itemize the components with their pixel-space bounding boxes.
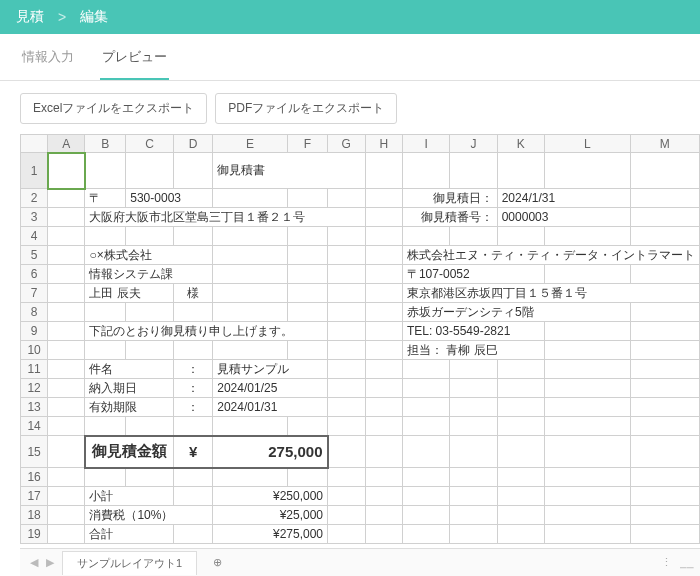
- col-header-B[interactable]: B: [85, 135, 126, 153]
- col-header-M[interactable]: M: [630, 135, 699, 153]
- add-sheet-icon[interactable]: ⊕: [207, 553, 227, 573]
- col-header-A[interactable]: A: [48, 135, 85, 153]
- quote-date-value[interactable]: 2024/1/31: [497, 189, 630, 208]
- subtotal-label[interactable]: 小計: [85, 487, 174, 506]
- row-1: 1 御見積書: [21, 153, 700, 189]
- col-header-D[interactable]: D: [174, 135, 213, 153]
- sheet-tab[interactable]: サンプルレイアウト1: [62, 551, 197, 575]
- total-label[interactable]: 御見積金額: [85, 436, 174, 468]
- col-header-J[interactable]: J: [450, 135, 497, 153]
- customer-company[interactable]: ○×株式会社: [85, 246, 213, 265]
- tab-input[interactable]: 情報入力: [20, 34, 76, 80]
- grand-value[interactable]: ¥275,000: [213, 525, 328, 544]
- page-tabs: 情報入力 プレビュー: [0, 34, 700, 81]
- resize-handle-icon[interactable]: ⎯⎯: [680, 556, 694, 570]
- sheet-footer: ◀ ▶ サンプルレイアウト1 ⊕ ⋮ ⎯⎯: [20, 548, 700, 576]
- sheet-options-icon[interactable]: ⋮: [661, 556, 674, 569]
- chevron-right-icon: >: [58, 9, 66, 25]
- corner-cell[interactable]: [21, 135, 48, 153]
- col-header-F[interactable]: F: [287, 135, 327, 153]
- quote-date-label[interactable]: 御見積日：: [402, 189, 497, 208]
- breadcrumb-root[interactable]: 見積: [16, 8, 44, 26]
- tab-preview[interactable]: プレビュー: [100, 34, 169, 80]
- subject-value[interactable]: 見積サンプル: [213, 360, 328, 379]
- col-header-H[interactable]: H: [365, 135, 402, 153]
- export-toolbar: Excelファイルをエクスポート PDFファイルをエクスポート: [0, 81, 700, 134]
- yen-symbol: ¥: [174, 436, 213, 468]
- postal-code[interactable]: 530-0003: [126, 189, 213, 208]
- valid-label[interactable]: 有効期限: [85, 398, 174, 417]
- grand-label[interactable]: 合計: [85, 525, 174, 544]
- customer-dept[interactable]: 情報システム課: [85, 265, 213, 284]
- seller-postal[interactable]: 〒107-0052: [402, 265, 544, 284]
- col-header-E[interactable]: E: [213, 135, 288, 153]
- sheet-next-icon[interactable]: ▶: [42, 555, 58, 571]
- postal-mark[interactable]: 〒: [85, 189, 126, 208]
- tax-value[interactable]: ¥25,000: [213, 506, 328, 525]
- col-header-K[interactable]: K: [497, 135, 544, 153]
- col-header-L[interactable]: L: [545, 135, 631, 153]
- due-label[interactable]: 納入期日: [85, 379, 174, 398]
- intro-text[interactable]: 下記のとおり御見積り申し上げます。: [85, 322, 328, 341]
- seller-tel[interactable]: TEL: 03-5549-2821: [402, 322, 544, 341]
- seller-company[interactable]: 株式会社エヌ・ティ・ティ・データ・イントラマート: [402, 246, 699, 265]
- subtotal-value[interactable]: ¥250,000: [213, 487, 328, 506]
- col-header-G[interactable]: G: [328, 135, 366, 153]
- colon: ：: [174, 360, 213, 379]
- due-value[interactable]: 2024/01/25: [213, 379, 328, 398]
- export-excel-button[interactable]: Excelファイルをエクスポート: [20, 93, 207, 124]
- seller-pic[interactable]: 担当： 青柳 辰巳: [402, 341, 544, 360]
- customer-address[interactable]: 大阪府大阪市北区堂島三丁目１番２１号: [85, 208, 365, 227]
- cell-A1[interactable]: [48, 153, 85, 189]
- export-pdf-button[interactable]: PDFファイルをエクスポート: [215, 93, 397, 124]
- col-header-C[interactable]: C: [126, 135, 174, 153]
- col-header-I[interactable]: I: [402, 135, 449, 153]
- column-header-row: A B C D E F G H I J K L M: [21, 135, 700, 153]
- quote-number-label[interactable]: 御見積番号：: [402, 208, 497, 227]
- quote-number-value[interactable]: 0000003: [497, 208, 630, 227]
- spreadsheet[interactable]: A B C D E F G H I J K L M 1 御見積書 2 〒 530…: [0, 134, 700, 544]
- sheet-prev-icon[interactable]: ◀: [26, 555, 42, 571]
- seller-address2[interactable]: 赤坂ガーデンシティ5階: [402, 303, 630, 322]
- seller-address1[interactable]: 東京都港区赤坂四丁目１５番１号: [402, 284, 699, 303]
- row-header-1[interactable]: 1: [21, 153, 48, 189]
- total-value[interactable]: 275,000: [213, 436, 328, 468]
- breadcrumb: 見積 > 編集: [0, 0, 700, 34]
- breadcrumb-current: 編集: [80, 8, 108, 26]
- valid-value[interactable]: 2024/01/31: [213, 398, 328, 417]
- document-title[interactable]: 御見積書: [213, 153, 365, 189]
- subject-label[interactable]: 件名: [85, 360, 174, 379]
- customer-person[interactable]: 上田 辰夫: [85, 284, 174, 303]
- tax-label[interactable]: 消費税（10%）: [85, 506, 213, 525]
- honorific[interactable]: 様: [174, 284, 213, 303]
